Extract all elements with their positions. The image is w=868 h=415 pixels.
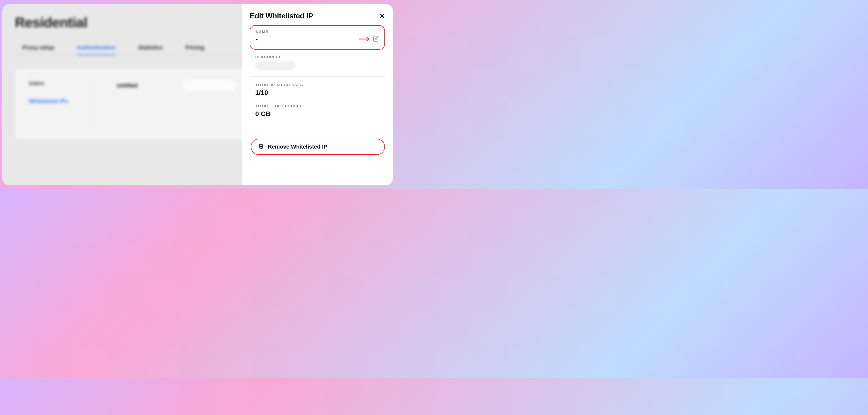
- ip-address-label: IP ADDRESS: [255, 55, 379, 59]
- name-label: NAME: [256, 29, 379, 34]
- panel-title: Edit Whitelisted IP: [250, 11, 313, 20]
- total-ip-addresses-value: 1/10: [255, 89, 379, 97]
- edit-whitelisted-ip-panel: Edit Whitelisted IP ✕ NAME -: [242, 4, 393, 185]
- close-icon[interactable]: ✕: [379, 12, 385, 19]
- trash-icon: [258, 143, 264, 150]
- tab-proxy-setup[interactable]: Proxy setup: [22, 44, 54, 51]
- arrow-right-icon: [359, 36, 370, 41]
- remove-button-label: Remove Whitelisted IP: [268, 144, 327, 150]
- total-ip-addresses-block: TOTAL IP ADDRESSES 1/10: [250, 83, 385, 97]
- card-sidebar: Users Whitelisted IPs: [29, 80, 89, 128]
- tab-authentication[interactable]: Authentication: [77, 44, 116, 55]
- total-ip-addresses-label: TOTAL IP ADDRESSES: [255, 83, 379, 87]
- sidebar-item-users[interactable]: Users: [29, 80, 74, 87]
- panel-header: Edit Whitelisted IP ✕: [250, 11, 385, 20]
- ip-address-section: IP ADDRESS 171.000.00.00: [250, 55, 385, 70]
- name-row: -: [256, 36, 379, 42]
- tab-pricing[interactable]: Pricing: [186, 44, 205, 51]
- remove-whitelisted-ip-button[interactable]: Remove Whitelisted IP: [251, 139, 385, 155]
- main-item-pill: [183, 80, 236, 91]
- name-value: -: [256, 36, 258, 42]
- total-traffic-used-block: TOTAL TRAFFIC USED 0 GB: [250, 104, 385, 118]
- name-edit-group: [359, 36, 379, 42]
- total-traffic-used-label: TOTAL TRAFFIC USED: [255, 104, 379, 108]
- total-traffic-used-value: 0 GB: [255, 110, 379, 118]
- main-item-label: Untitled: [117, 82, 137, 89]
- tab-statistics[interactable]: Statistics: [138, 44, 163, 51]
- divider: [250, 131, 385, 131]
- name-field-highlighted: NAME -: [250, 25, 385, 50]
- ip-address-value-masked: 171.000.00.00: [255, 61, 295, 70]
- sidebar-item-whitelisted-ips[interactable]: Whitelisted IPs: [29, 98, 74, 105]
- edit-icon[interactable]: [373, 36, 379, 42]
- app-frame: Residential Proxy setup Authentication S…: [2, 4, 393, 185]
- divider: [250, 76, 385, 77]
